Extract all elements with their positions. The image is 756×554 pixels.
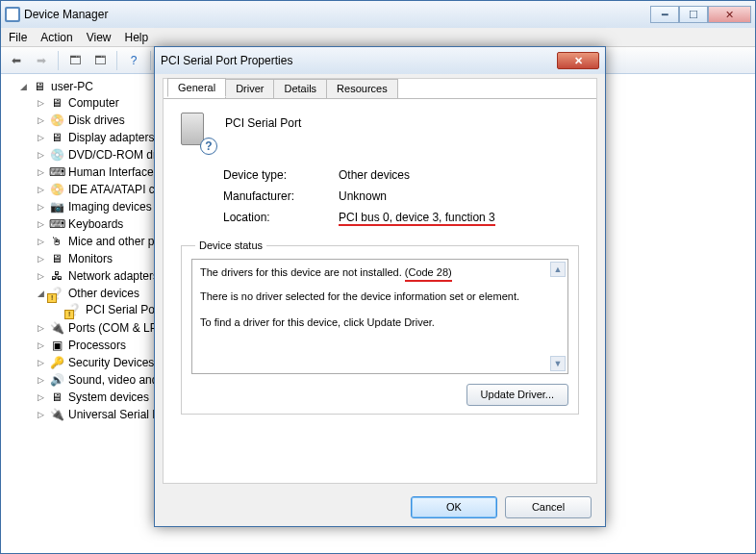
collapse-icon[interactable]: ◢	[18, 82, 28, 91]
tab-general[interactable]: General	[167, 78, 226, 97]
category-icon: ▣	[49, 338, 64, 353]
category-icon: 🖥	[49, 130, 64, 145]
warning-badge-icon: !	[64, 310, 74, 319]
category-icon: 🔊	[49, 372, 64, 388]
help-icon[interactable]: ?	[122, 50, 145, 71]
menu-file[interactable]: File	[9, 31, 27, 44]
category-icon: 🔌	[49, 320, 64, 336]
category-icon: 📷	[49, 199, 64, 214]
question-badge-icon: ?	[200, 138, 217, 155]
close-button[interactable]: ✕	[708, 6, 751, 23]
dialog-body: General Driver Details Resources ? PCI S…	[163, 78, 597, 484]
expand-icon[interactable]: ▷	[36, 150, 45, 160]
forward-button[interactable]: ➡	[30, 50, 53, 71]
tree-item-label: Monitors	[68, 252, 113, 265]
menubar: File Action View Help	[1, 28, 755, 47]
tab-driver[interactable]: Driver	[225, 79, 274, 98]
category-icon: 🖥	[49, 251, 64, 266]
tree-item-label: PCI Serial Port	[86, 303, 162, 316]
category-icon: ⌨	[49, 216, 64, 232]
tree-item-label: Disk drives	[68, 113, 125, 127]
expand-icon[interactable]: ▷	[36, 219, 45, 229]
expand-icon[interactable]: ▷	[36, 167, 45, 177]
tree-item-label: System devices	[68, 390, 149, 404]
expand-icon[interactable]: ▷	[36, 133, 45, 142]
category-icon: 🖱	[49, 234, 64, 249]
expand-icon[interactable]: ▷	[36, 115, 45, 125]
tab-details[interactable]: Details	[273, 79, 327, 98]
other-devices-icon: ❔!	[49, 286, 64, 301]
expand-icon[interactable]: ▷	[36, 323, 45, 333]
menu-help[interactable]: Help	[125, 31, 149, 44]
tree-item-label: Security Devices	[68, 356, 154, 369]
label-manufacturer: Manufacturer:	[223, 189, 339, 203]
properties-dialog: PCI Serial Port Properties ✕ General Dri…	[154, 46, 606, 527]
expand-icon[interactable]: ▷	[36, 410, 45, 419]
ok-button[interactable]: OK	[411, 496, 497, 518]
category-icon: 🔌	[49, 407, 64, 422]
update-driver-button[interactable]: Update Driver...	[466, 384, 568, 406]
tree-item-label: Keyboards	[68, 217, 123, 231]
scroll-up-icon[interactable]: ▲	[550, 262, 566, 277]
category-icon: 📀	[49, 182, 64, 197]
dialog-close-button[interactable]: ✕	[557, 52, 599, 69]
unknown-device-icon: ❔!	[66, 302, 82, 317]
tab-strip: General Driver Details Resources	[167, 77, 397, 96]
category-icon: 🖥	[49, 390, 64, 405]
expand-icon[interactable]: ▷	[36, 375, 45, 385]
expand-icon[interactable]: ▷	[36, 98, 45, 108]
expand-icon[interactable]: ▷	[36, 340, 45, 350]
device-status-group: Device status The drivers for this devic…	[181, 239, 579, 415]
menu-action[interactable]: Action	[40, 31, 72, 44]
tree-item-label: Imaging devices	[68, 200, 152, 214]
maximize-button[interactable]: ☐	[679, 6, 708, 23]
app-icon	[5, 7, 20, 22]
label-location: Location:	[223, 211, 339, 226]
expand-icon[interactable]: ◢	[36, 289, 45, 298]
category-icon: 🖧	[49, 268, 64, 284]
minimize-button[interactable]: ━	[650, 6, 679, 23]
device-status-text[interactable]: The drivers for this device are not inst…	[191, 259, 568, 374]
window-title: Device Manager	[24, 8, 650, 21]
tree-item-label: Processors	[68, 339, 126, 352]
titlebar[interactable]: Device Manager ━ ☐ ✕	[1, 1, 755, 28]
device-info: Device type: Other devices Manufacturer:…	[223, 168, 579, 226]
device-icon: ?	[181, 113, 214, 151]
expand-icon[interactable]: ▷	[36, 254, 45, 264]
properties-icon[interactable]: 🗔	[63, 50, 87, 71]
tree-item-label: Other devices	[68, 287, 139, 300]
dialog-titlebar[interactable]: PCI Serial Port Properties ✕	[155, 47, 605, 74]
dialog-footer: OK Cancel	[155, 488, 605, 526]
tree-item-label: Display adapters	[68, 131, 154, 144]
value-manufacturer: Unknown	[339, 189, 387, 203]
computer-icon: 🖥	[32, 79, 47, 94]
tab-resources[interactable]: Resources	[326, 79, 398, 98]
expand-icon[interactable]: ▷	[36, 202, 45, 212]
code-28: (Code 28)	[405, 265, 452, 282]
expand-icon[interactable]: ▷	[36, 392, 45, 402]
menu-view[interactable]: View	[87, 31, 112, 44]
warning-badge-icon: !	[47, 293, 57, 303]
tab-content: ? PCI Serial Port Device type: Other dev…	[164, 98, 596, 483]
cancel-button[interactable]: Cancel	[505, 496, 592, 518]
category-icon: ⌨	[49, 164, 64, 180]
expand-icon[interactable]: ▷	[36, 358, 45, 367]
expand-icon[interactable]: ▷	[36, 185, 45, 194]
category-icon: 🔑	[49, 355, 64, 370]
value-device-type: Other devices	[339, 168, 410, 182]
category-icon: 💿	[49, 147, 64, 163]
expand-icon[interactable]: ▷	[36, 271, 45, 281]
dialog-title: PCI Serial Port Properties	[161, 54, 557, 67]
tree-item-label: Network adapters	[68, 269, 159, 283]
expand-icon[interactable]: ▷	[36, 237, 45, 246]
device-name: PCI Serial Port	[225, 113, 301, 151]
value-location: PCI bus 0, device 3, function 3	[339, 211, 495, 226]
back-button[interactable]: ⬅	[5, 50, 28, 71]
view-icon[interactable]: 🗔	[88, 50, 112, 71]
label-device-type: Device type:	[223, 168, 339, 182]
device-status-legend: Device status	[195, 239, 266, 251]
scroll-down-icon[interactable]: ▼	[550, 356, 566, 371]
tree-item-label: Computer	[68, 96, 119, 110]
category-icon: 🖥	[49, 95, 64, 111]
category-icon: 📀	[49, 113, 64, 128]
